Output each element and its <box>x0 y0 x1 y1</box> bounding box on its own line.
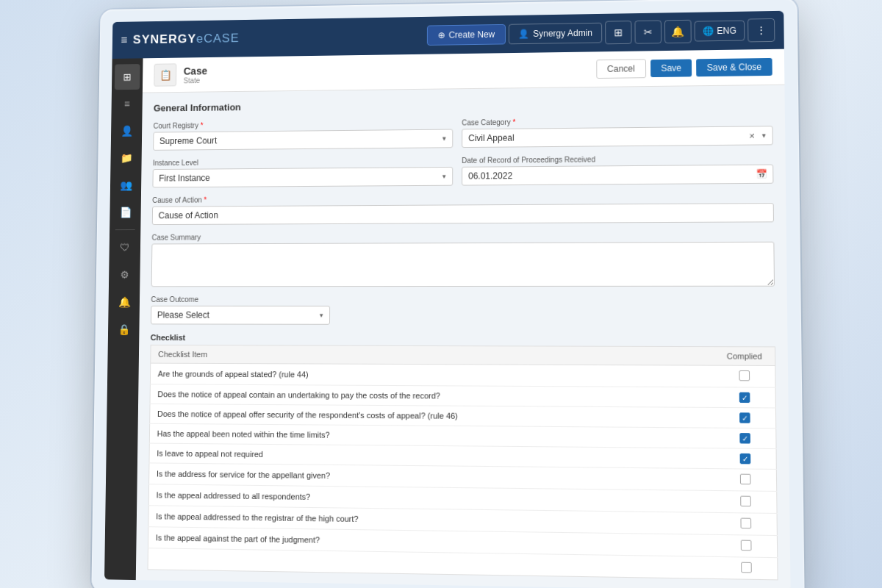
checkbox[interactable] <box>739 370 750 381</box>
user-menu-button[interactable]: 👤 Synergy Admin <box>509 23 602 45</box>
checklist-row: Are the grounds of appeal stated? (rule … <box>150 363 775 387</box>
create-new-label: Create New <box>448 29 495 40</box>
form-row-2: Instance Level First Instance Date of Re… <box>152 154 773 187</box>
checklist-item-complied <box>716 534 778 557</box>
page-title: Case <box>184 65 207 76</box>
sidebar-item-reports[interactable]: ≡ <box>114 91 140 117</box>
checklist-item-text: Are the grounds of appeal stated? (rule … <box>150 363 714 387</box>
checkbox[interactable]: ✓ <box>740 433 751 444</box>
col-complied-header: Complied <box>714 347 775 366</box>
more-options-button[interactable]: ⋮ <box>747 18 775 42</box>
case-outcome-group: Case Outcome Please Select <box>151 295 352 325</box>
page-header-left: 📋 Case State <box>154 63 207 87</box>
checkbox[interactable] <box>741 518 752 529</box>
logo-ecase: eCASE <box>196 32 240 46</box>
sidebar-divider <box>115 229 135 230</box>
cause-of-action-input[interactable] <box>152 203 774 225</box>
user-name-label: Synergy Admin <box>533 28 592 39</box>
create-new-button[interactable]: ⊕ Create New <box>427 24 506 46</box>
grid-icon-button[interactable]: ⊞ <box>605 21 631 44</box>
case-summary-textarea[interactable] <box>151 242 775 287</box>
save-close-button[interactable]: Save & Close <box>696 58 772 76</box>
form-row-cause: Cause of Action * <box>152 193 774 225</box>
plus-icon: ⊕ <box>438 30 445 40</box>
form-container: General Information Court Registry * Sup… <box>136 85 791 588</box>
save-button[interactable]: Save <box>650 59 692 77</box>
checklist-item-complied <box>716 556 778 579</box>
calendar-icon[interactable]: 📅 <box>756 169 767 179</box>
logo-area: ≡ SYNERGYeCASE <box>121 29 421 48</box>
checklist-item-complied: ✓ <box>714 387 775 408</box>
checklist-header: Checklist <box>151 333 775 343</box>
checklist-table-header-row: Checklist Item Complied <box>151 345 775 365</box>
general-info-title: General Information <box>154 96 772 113</box>
sidebar-item-users[interactable]: 👥 <box>113 172 139 198</box>
sidebar-item-cases[interactable]: 📁 <box>113 145 139 171</box>
checkbox[interactable] <box>740 474 751 485</box>
sidebar-item-notifications[interactable]: 🔔 <box>111 289 137 315</box>
checkbox[interactable] <box>741 562 752 573</box>
instance-level-label: Instance Level <box>153 157 453 167</box>
checklist-item-complied: ✓ <box>714 428 776 448</box>
cancel-button[interactable]: Cancel <box>596 59 646 79</box>
checkbox[interactable] <box>741 540 752 551</box>
tools-icon-button[interactable]: ✂ <box>634 20 662 43</box>
checklist-item-complied <box>715 490 777 513</box>
user-icon: 👤 <box>518 29 529 39</box>
court-registry-select[interactable]: Supreme Court <box>153 129 453 151</box>
date-group: Date of Record of Proceedings Received 📅 <box>462 154 773 185</box>
case-category-wrapper: ✕ ▼ <box>462 126 773 148</box>
instance-level-group: Instance Level First Instance <box>152 157 453 187</box>
form-row-1: Court Registry * Supreme Court <box>153 115 773 151</box>
checklist-table: Checklist Item Complied Are the grounds … <box>148 345 778 580</box>
sidebar-item-people[interactable]: 👤 <box>114 118 140 143</box>
checkbox[interactable]: ✓ <box>739 412 750 423</box>
checklist-section: Checklist Checklist Item Complied Are th <box>148 333 778 580</box>
language-button[interactable]: 🌐 ENG <box>695 21 745 42</box>
main-content: 📋 Case State Cancel Save Save & Close <box>136 49 791 588</box>
bell-icon-button[interactable]: 🔔 <box>664 20 692 43</box>
app-logo: SYNERGYeCASE <box>133 32 240 48</box>
sidebar-item-settings[interactable]: ⚙ <box>112 262 137 287</box>
case-category-group: Case Category * ✕ ▼ <box>462 115 773 148</box>
case-outcome-select-wrapper: Please Select <box>151 306 330 325</box>
checklist-item-complied <box>715 469 777 492</box>
cause-of-action-label: Cause of Action * <box>152 193 774 204</box>
form-row-outcome: Case Outcome Please Select <box>151 295 775 326</box>
checklist-item-complied: ✓ <box>714 407 775 428</box>
case-summary-label: Case Summary <box>151 232 774 242</box>
checklist-item-complied <box>714 365 775 387</box>
page-title-block: Case State <box>184 65 207 85</box>
category-clear-icon[interactable]: ✕ <box>749 132 755 140</box>
checkbox[interactable]: ✓ <box>740 453 751 465</box>
court-registry-group: Court Registry * Supreme Court <box>153 119 453 151</box>
form-row-summary: Case Summary <box>151 232 775 287</box>
checkbox[interactable] <box>740 496 751 507</box>
lang-label: ENG <box>717 26 736 36</box>
hamburger-icon[interactable]: ≡ <box>121 34 127 46</box>
checklist-item-complied <box>716 512 778 535</box>
checkbox[interactable]: ✓ <box>739 392 750 403</box>
date-input-wrapper: 📅 <box>462 165 773 186</box>
instance-level-select[interactable]: First Instance <box>152 167 453 187</box>
sidebar-item-documents[interactable]: 📄 <box>112 199 138 225</box>
case-outcome-label: Case Outcome <box>151 295 351 304</box>
case-outcome-select[interactable]: Please Select <box>151 306 330 325</box>
case-summary-group: Case Summary <box>151 232 775 287</box>
app-layout: ⊞ ≡ 👤 📁 👥 📄 🛡 ⚙ 🔔 🔒 <box>104 49 791 588</box>
cause-of-action-group: Cause of Action * <box>152 193 774 225</box>
instance-level-select-wrapper: First Instance <box>152 167 453 187</box>
court-registry-label: Court Registry * <box>154 119 453 130</box>
header-actions: Cancel Save Save & Close <box>596 57 772 79</box>
sidebar-item-dashboard[interactable]: ⊞ <box>115 64 140 90</box>
checklist-item-complied: ✓ <box>715 448 777 470</box>
sidebar-item-access[interactable]: 🔒 <box>111 316 137 342</box>
sidebar-item-security[interactable]: 🛡 <box>112 234 137 260</box>
nav-buttons: ⊕ Create New 👤 Synergy Admin ⊞ ✂ 🔔 🌐 ENG… <box>427 18 775 47</box>
page-subtitle: State <box>184 76 207 85</box>
case-category-label: Case Category * <box>462 115 772 126</box>
date-input[interactable] <box>462 165 773 186</box>
col-item-header: Checklist Item <box>151 345 714 365</box>
category-dropdown-icon[interactable]: ▼ <box>761 132 767 139</box>
case-category-input[interactable] <box>462 126 773 148</box>
